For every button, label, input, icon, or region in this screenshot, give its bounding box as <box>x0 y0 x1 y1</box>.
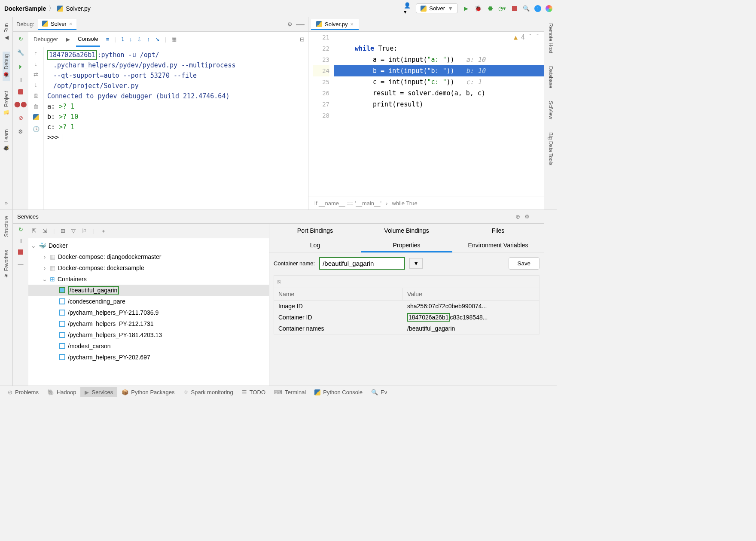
profile-icon[interactable]: ◔▾ <box>498 5 506 12</box>
sciview-tool[interactable]: SciView <box>547 98 555 122</box>
run-to-cursor-icon[interactable]: ↘ <box>155 36 160 43</box>
expand-icon[interactable]: ⇱ <box>32 228 37 234</box>
trash-icon[interactable]: 🗑 <box>33 103 39 110</box>
debugger-tab[interactable]: Debugger <box>32 33 60 46</box>
spark-tool[interactable]: ☆Spark monitoring <box>179 387 238 397</box>
list-icon[interactable]: ≡ <box>106 36 110 43</box>
minimize-icon[interactable]: — <box>296 19 305 29</box>
python-console-icon[interactable] <box>33 114 39 122</box>
dropdown-icon[interactable]: ▼ <box>409 258 423 269</box>
gutter: 21 22 23 24 25 26 27 28 <box>308 32 334 197</box>
stop-icon[interactable] <box>18 249 23 256</box>
container-selected: /beautiful_gagarin <box>28 285 269 296</box>
python-console-tool[interactable]: Python Console <box>310 387 367 397</box>
next-icon[interactable]: ˇ <box>536 33 540 41</box>
big-data-tool[interactable]: Big Data Tools <box>547 130 555 168</box>
hadoop-tool[interactable]: 🐘Hadoop <box>43 387 81 397</box>
structure-tool[interactable]: Structure <box>3 213 10 240</box>
container-name-input[interactable] <box>319 257 405 270</box>
step-into-icon[interactable]: ↓ <box>129 36 132 43</box>
user-icon[interactable]: 👤▾ <box>404 5 412 12</box>
grid-icon[interactable]: ⊞ <box>61 228 65 234</box>
scroll-icon[interactable]: ⤓ <box>34 82 38 88</box>
editor-tab-solver[interactable]: Solver.py × <box>311 19 359 30</box>
services-title: Services <box>17 213 39 220</box>
filter-icon[interactable]: ▽ <box>71 228 76 234</box>
down-icon[interactable]: ↓ <box>34 61 37 67</box>
code-breadcrumb: if __name__ == '__main__' › while True <box>308 197 544 210</box>
learn-tool[interactable]: 🎓 Learn <box>3 127 10 154</box>
breakpoints-icon[interactable]: ⬤⬤ <box>16 100 25 108</box>
pause-icon[interactable]: ⏸ <box>16 76 25 84</box>
minimize-icon[interactable]: — <box>534 213 540 220</box>
print-icon[interactable]: 🖶 <box>33 93 39 99</box>
modify-icon[interactable]: 🔧 <box>16 48 25 57</box>
save-button[interactable]: Save <box>509 257 540 270</box>
debug-tool[interactable]: 🐞 Debug <box>3 52 10 81</box>
console-tab[interactable]: Console <box>76 32 100 47</box>
bookmark-icon[interactable]: ⚐ <box>82 228 87 234</box>
step-over-icon[interactable]: ⤵ <box>121 36 124 43</box>
events-tool[interactable]: 🔍Ev <box>367 387 391 397</box>
ide-icon[interactable] <box>546 5 552 12</box>
update-icon[interactable]: ↑ <box>534 5 541 12</box>
terminal-tool[interactable]: ⌨Terminal <box>270 387 310 397</box>
col-value: Value <box>403 288 427 300</box>
settings-icon[interactable]: ⚙ <box>16 127 25 136</box>
run-button[interactable]: ▶ <box>462 5 470 12</box>
breadcrumb-file[interactable]: Solver.py <box>66 5 91 12</box>
debug-button[interactable]: 🐞 <box>474 5 482 12</box>
database-tool[interactable]: Database <box>547 64 555 91</box>
close-icon[interactable]: × <box>69 21 73 27</box>
layout-icon[interactable]: ⊟ <box>300 36 305 43</box>
evaluate-icon[interactable]: ▦ <box>171 36 177 43</box>
tab-properties[interactable]: Properties <box>361 238 452 252</box>
up-icon[interactable]: ↑ <box>34 50 37 56</box>
remote-host-tool[interactable]: Remote Host <box>547 21 555 56</box>
tab-volume-bindings[interactable]: Volume Bindings <box>361 224 452 238</box>
target-icon[interactable]: ⊕ <box>515 213 520 220</box>
stop-button[interactable] <box>510 5 518 12</box>
tab-port-bindings[interactable]: Port Bindings <box>269 224 361 238</box>
tab-log[interactable]: Log <box>269 238 361 252</box>
close-icon[interactable]: × <box>350 21 354 27</box>
rerun-icon[interactable]: ↻ <box>16 34 25 43</box>
warning-icon[interactable]: ▲ <box>514 33 518 41</box>
services-tree[interactable]: ⌄🐳Docker ›▦Docker-compose: djangodockerm… <box>28 238 269 386</box>
favorites-tool[interactable]: ★ Favorites <box>3 247 10 281</box>
debug-title: Debug: <box>16 21 34 27</box>
step-out-icon[interactable]: ↑ <box>147 36 150 43</box>
mute-breakpoints-icon[interactable]: ⊘ <box>16 113 25 122</box>
search-icon[interactable]: 🔍 <box>522 5 530 12</box>
stop-icon[interactable] <box>18 89 23 94</box>
tab-env-vars[interactable]: Environment Variables <box>452 238 544 252</box>
coverage-icon[interactable]: ⬣ <box>486 5 494 12</box>
code-editor[interactable]: ▲ 4 ˆ ˇ while True: a = int(input("a: ")… <box>334 32 544 197</box>
collapse-icon[interactable]: ⇲ <box>43 228 47 234</box>
python-file-icon <box>57 6 63 12</box>
python-icon <box>42 21 48 27</box>
problems-tool[interactable]: ⊘Problems <box>3 387 43 397</box>
minimize-panel-icon[interactable]: — <box>18 261 24 267</box>
run-tool[interactable]: ▶ Run <box>3 21 10 44</box>
prev-icon[interactable]: ˆ <box>528 33 532 41</box>
run-config-selector[interactable]: Solver ▼ <box>416 3 458 13</box>
console-output[interactable]: 1847026a26b1:python -u /opt/ .pycharm_he… <box>44 47 308 210</box>
rerun-icon[interactable]: ↻ <box>18 226 23 233</box>
wrap-icon[interactable]: ⇄ <box>34 71 38 78</box>
todo-tool[interactable]: ☰TODO <box>238 387 270 397</box>
history-icon[interactable]: 🕓 <box>33 126 40 132</box>
breadcrumb-project[interactable]: DockerSample <box>4 5 46 12</box>
debug-tab-solver[interactable]: Solver × <box>38 19 76 30</box>
gear-icon[interactable]: ⚙ <box>287 21 293 27</box>
tab-files[interactable]: Files <box>452 224 544 238</box>
resume-icon[interactable]: ⏵ <box>16 62 25 70</box>
copy-icon[interactable]: ⎘ <box>277 279 281 285</box>
project-tool[interactable]: 📁 Project <box>3 88 10 119</box>
add-icon[interactable]: ＋ <box>101 227 106 235</box>
pause-icon[interactable]: ⏸ <box>18 238 24 244</box>
step-into-my-icon[interactable]: ⇩ <box>137 36 142 43</box>
python-packages-tool[interactable]: 📦Python Packages <box>117 387 179 397</box>
services-tool[interactable]: ▶Services <box>80 387 117 397</box>
gear-icon[interactable]: ⚙ <box>524 213 530 220</box>
